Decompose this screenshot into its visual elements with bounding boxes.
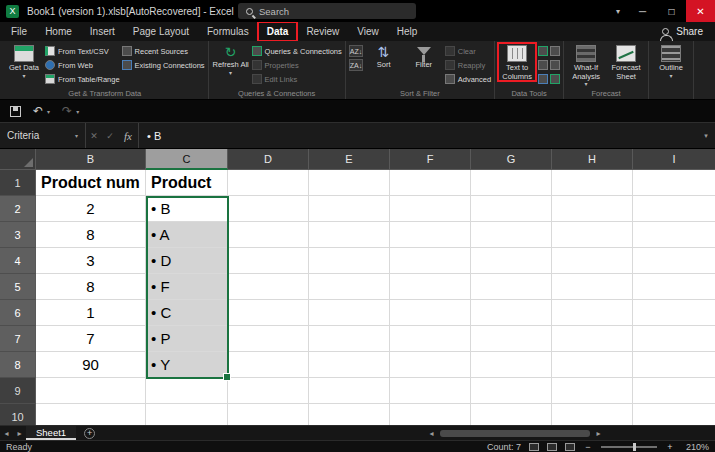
cell-C10[interactable]	[146, 404, 228, 425]
cell-I2[interactable]	[633, 196, 715, 222]
cell-C3[interactable]: • A	[146, 222, 228, 248]
flash-fill-button[interactable]	[538, 45, 548, 57]
cell-H5[interactable]	[552, 274, 633, 300]
save-icon[interactable]	[10, 106, 21, 117]
cell-B4[interactable]: 3	[36, 248, 146, 274]
cell-G10[interactable]	[471, 404, 552, 425]
formula-input[interactable]: • B	[138, 123, 697, 148]
column-header-D[interactable]: D	[228, 149, 309, 170]
clear-button[interactable]: Clear	[445, 45, 491, 57]
row-header-1[interactable]: 1	[0, 170, 36, 196]
row-header-9[interactable]: 9	[0, 378, 36, 404]
cell-D5[interactable]	[228, 274, 309, 300]
column-header-B[interactable]: B	[36, 149, 146, 170]
row-header-2[interactable]: 2	[0, 196, 36, 222]
existing-connections-button[interactable]: Existing Connections	[122, 59, 205, 71]
cell-G4[interactable]	[471, 248, 552, 274]
ribbon-tab-data[interactable]: Data	[258, 22, 298, 41]
cell-C7[interactable]: • P	[146, 326, 228, 352]
name-box[interactable]: Criteria ▾	[0, 123, 86, 148]
cell-G3[interactable]	[471, 222, 552, 248]
sort-ascending-icon[interactable]: AZ↓	[349, 45, 363, 57]
cell-D1[interactable]	[228, 170, 309, 196]
advanced-button[interactable]: Advanced	[445, 73, 491, 85]
what-if-analysis-button[interactable]: What-If Analysis ▾	[567, 43, 605, 88]
cell-E9[interactable]	[309, 378, 390, 404]
edit-links-button[interactable]: Edit Links	[252, 73, 342, 85]
cell-E6[interactable]	[309, 300, 390, 326]
ribbon-tab-home[interactable]: Home	[36, 22, 81, 41]
ribbon-tab-help[interactable]: Help	[388, 22, 427, 41]
minimize-button[interactable]: ─	[628, 0, 657, 22]
cell-G1[interactable]	[471, 170, 552, 196]
cell-H4[interactable]	[552, 248, 633, 274]
cell-C1[interactable]: Product	[146, 170, 228, 196]
cell-H1[interactable]	[552, 170, 633, 196]
cell-F1[interactable]	[390, 170, 471, 196]
cell-I6[interactable]	[633, 300, 715, 326]
remove-duplicates-button[interactable]	[538, 59, 548, 71]
page-layout-view-icon[interactable]	[547, 443, 557, 451]
cell-B10[interactable]	[36, 404, 146, 425]
filter-button[interactable]: Filter	[405, 43, 443, 70]
zoom-out-button[interactable]: −	[583, 442, 593, 452]
name-box-dropdown-icon[interactable]: ▾	[75, 132, 78, 139]
sheet-tab-sheet1[interactable]: Sheet1	[26, 426, 76, 440]
customize-qat-icon[interactable]: ▾	[76, 108, 79, 115]
share-button[interactable]: Share	[650, 26, 715, 37]
new-sheet-button[interactable]: +	[84, 428, 95, 439]
cell-C6[interactable]: • C	[146, 300, 228, 326]
cell-C5[interactable]: • F	[146, 274, 228, 300]
insert-function-icon[interactable]: fx	[118, 130, 138, 142]
cell-H9[interactable]	[552, 378, 633, 404]
from-web-button[interactable]: From Web	[45, 59, 120, 71]
row-header-5[interactable]: 5	[0, 274, 36, 300]
normal-view-icon[interactable]	[529, 443, 539, 451]
ribbon-tab-file[interactable]: File	[2, 22, 36, 41]
from-text-csv-button[interactable]: From Text/CSV	[45, 45, 120, 57]
cell-H6[interactable]	[552, 300, 633, 326]
zoom-slider-thumb[interactable]	[633, 443, 636, 451]
close-button[interactable]: ✕	[686, 0, 715, 22]
get-data-button[interactable]: Get Data ▾	[5, 43, 43, 80]
scroll-right-icon[interactable]: ▸	[592, 429, 605, 438]
cell-D3[interactable]	[228, 222, 309, 248]
cell-C9[interactable]	[146, 378, 228, 404]
recent-sources-button[interactable]: Recent Sources	[122, 45, 205, 57]
confirm-entry-icon[interactable]: ✓	[102, 131, 118, 141]
zoom-level[interactable]: 210%	[683, 442, 709, 452]
cell-I8[interactable]	[633, 352, 715, 378]
cell-C2[interactable]: • B	[146, 196, 228, 222]
text-to-columns-button[interactable]: Text to Columns	[498, 43, 536, 81]
cell-F9[interactable]	[390, 378, 471, 404]
cell-F10[interactable]	[390, 404, 471, 425]
undo-dropdown-icon[interactable]: ▾	[47, 108, 50, 115]
cell-H8[interactable]	[552, 352, 633, 378]
cell-G7[interactable]	[471, 326, 552, 352]
cell-E4[interactable]	[309, 248, 390, 274]
cell-G9[interactable]	[471, 378, 552, 404]
ribbon-tab-insert[interactable]: Insert	[81, 22, 124, 41]
cell-D7[interactable]	[228, 326, 309, 352]
column-header-E[interactable]: E	[309, 149, 390, 170]
row-header-10[interactable]: 10	[0, 404, 36, 425]
zoom-in-button[interactable]: +	[665, 442, 675, 452]
cell-G6[interactable]	[471, 300, 552, 326]
row-header-7[interactable]: 7	[0, 326, 36, 352]
cell-I1[interactable]	[633, 170, 715, 196]
cell-E10[interactable]	[309, 404, 390, 425]
cell-F3[interactable]	[390, 222, 471, 248]
cell-G8[interactable]	[471, 352, 552, 378]
search-box[interactable]: Search	[238, 3, 416, 19]
cell-F6[interactable]	[390, 300, 471, 326]
ribbon-tab-page-layout[interactable]: Page Layout	[124, 22, 198, 41]
cell-B1[interactable]: Product num	[36, 170, 146, 196]
cell-I3[interactable]	[633, 222, 715, 248]
undo-icon[interactable]: ↶	[33, 105, 43, 117]
column-header-H[interactable]: H	[552, 149, 633, 170]
cell-B8[interactable]: 90	[36, 352, 146, 378]
horizontal-scrollbar[interactable]: ◂ ▸	[425, 426, 715, 440]
cell-F4[interactable]	[390, 248, 471, 274]
cell-D10[interactable]	[228, 404, 309, 425]
column-header-I[interactable]: I	[633, 149, 715, 170]
